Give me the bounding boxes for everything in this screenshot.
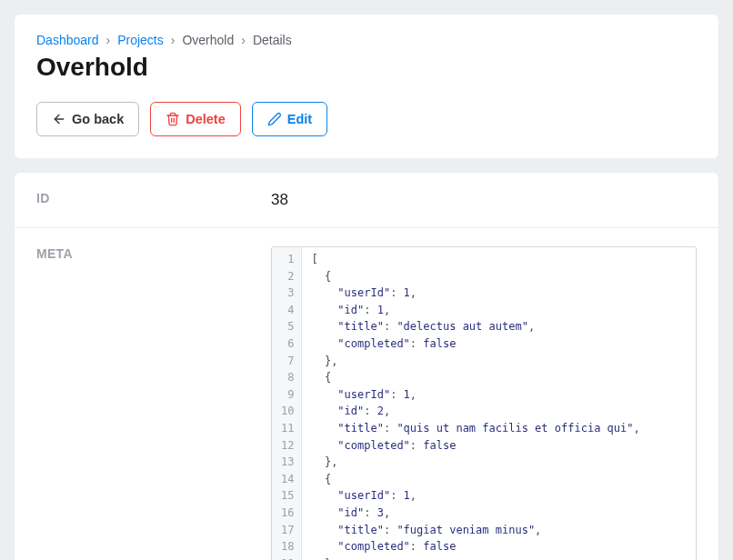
code-content: [ { "userId": 1, "id": 1, "title": "dele…: [302, 247, 696, 560]
breadcrumb: Dashboard › Projects › Overhold › Detail…: [36, 33, 697, 47]
line-gutter: 1234567891011121314151617181920: [272, 247, 302, 560]
id-value: 38: [271, 191, 697, 209]
row-meta: META 1234567891011121314151617181920 [ {…: [15, 228, 718, 560]
header-card: Dashboard › Projects › Overhold › Detail…: [15, 15, 718, 158]
chevron-right-icon: ›: [106, 33, 111, 47]
arrow-left-icon: [52, 112, 66, 126]
id-label: ID: [36, 191, 271, 209]
actions: Go back Delete Edit: [36, 102, 697, 136]
go-back-label: Go back: [72, 112, 124, 126]
delete-button[interactable]: Delete: [150, 102, 241, 136]
page-title: Overhold: [36, 53, 697, 82]
breadcrumb-dashboard[interactable]: Dashboard: [36, 33, 99, 47]
chevron-right-icon: ›: [171, 33, 176, 47]
pencil-icon: [267, 112, 282, 126]
meta-label: META: [36, 246, 271, 261]
chevron-right-icon: ›: [241, 33, 246, 47]
row-id: ID 38: [15, 173, 718, 228]
edit-label: Edit: [287, 112, 312, 126]
breadcrumb-projects[interactable]: Projects: [117, 33, 164, 47]
trash-icon: [166, 112, 180, 126]
edit-button[interactable]: Edit: [252, 102, 327, 136]
breadcrumb-details: Details: [253, 33, 292, 47]
go-back-button[interactable]: Go back: [36, 102, 139, 136]
meta-value: 1234567891011121314151617181920 [ { "use…: [271, 246, 697, 560]
delete-label: Delete: [186, 112, 226, 126]
code-block: 1234567891011121314151617181920 [ { "use…: [271, 246, 697, 560]
breadcrumb-project: Overhold: [182, 33, 234, 47]
details-card: ID 38 META 12345678910111213141516171819…: [15, 173, 718, 560]
